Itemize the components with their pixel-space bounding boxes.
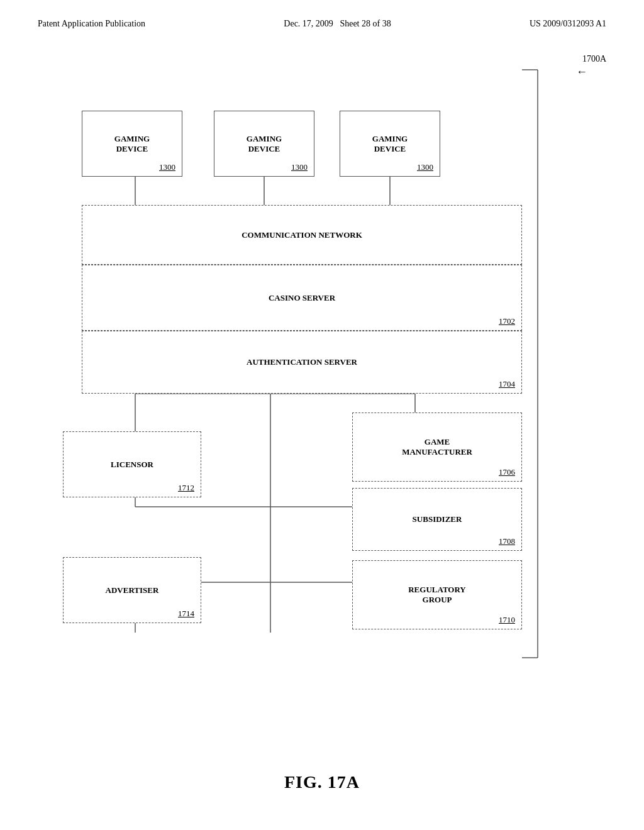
gaming-device-2-label: GAMINGDEVICE xyxy=(247,134,282,154)
auth-server-box: AUTHENTICATION SERVER 1704 xyxy=(82,331,522,394)
figure-label: FIG. 17A xyxy=(284,772,360,792)
subsidizer-box: SUBSIDIZER 1708 xyxy=(352,488,522,551)
game-manufacturer-number: 1706 xyxy=(499,467,515,477)
header-right: US 2009/0312093 A1 xyxy=(530,19,606,29)
regulatory-group-label: REGULATORYGROUP xyxy=(408,585,466,605)
page-header: Patent Application Publication Dec. 17, … xyxy=(0,0,644,35)
licensor-box: LICENSOR 1712 xyxy=(63,431,201,497)
header-center: Dec. 17, 2009 Sheet 28 of 38 xyxy=(284,19,391,29)
casino-server-label: CASINO SERVER xyxy=(269,293,335,303)
casino-server-number: 1702 xyxy=(499,316,515,326)
gaming-device-3-label: GAMINGDEVICE xyxy=(372,134,408,154)
licensor-label: LICENSOR xyxy=(111,460,153,470)
auth-server-label: AUTHENTICATION SERVER xyxy=(247,357,357,367)
diagram-area: 1700A ← xyxy=(0,35,644,727)
subsidizer-label: SUBSIDIZER xyxy=(413,514,462,524)
game-manufacturer-label: GAMEMANUFACTURER xyxy=(402,437,472,457)
casino-server-box: CASINO SERVER 1702 xyxy=(82,265,522,331)
gaming-device-3-box: GAMINGDEVICE 1300 xyxy=(340,111,440,177)
comm-network-box: COMMUNICATION NETWORK xyxy=(82,205,522,265)
subsidizer-number: 1708 xyxy=(499,536,515,546)
gaming-device-2-box: GAMINGDEVICE 1300 xyxy=(214,111,314,177)
licensor-number: 1712 xyxy=(178,483,194,493)
auth-server-number: 1704 xyxy=(499,379,515,389)
advertiser-number: 1714 xyxy=(178,609,194,619)
comm-network-label: COMMUNICATION NETWORK xyxy=(242,230,362,240)
game-manufacturer-box: GAMEMANUFACTURER 1706 xyxy=(352,412,522,482)
advertiser-label: ADVERTISER xyxy=(106,585,159,595)
advertiser-box: ADVERTISER 1714 xyxy=(63,557,201,623)
gaming-device-1-number: 1300 xyxy=(159,162,175,172)
regulatory-group-number: 1710 xyxy=(499,615,515,625)
gaming-device-1-box: GAMINGDEVICE 1300 xyxy=(82,111,182,177)
gaming-device-3-number: 1300 xyxy=(417,162,433,172)
regulatory-group-box: REGULATORYGROUP 1710 xyxy=(352,560,522,629)
gaming-device-1-label: GAMINGDEVICE xyxy=(114,134,150,154)
header-left: Patent Application Publication xyxy=(38,19,145,29)
gaming-device-2-number: 1300 xyxy=(291,162,308,172)
